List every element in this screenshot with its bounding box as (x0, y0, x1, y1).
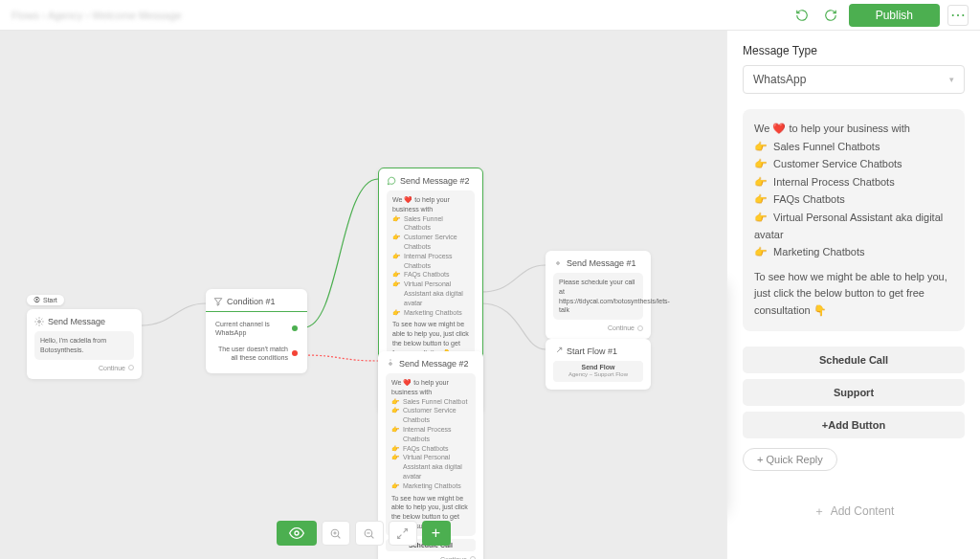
support-button[interactable]: Support (743, 379, 965, 406)
publish-button[interactable]: Publish (849, 4, 940, 27)
message-type-select[interactable]: WhatsApp ▾ (743, 65, 965, 94)
svg-line-14 (398, 534, 402, 538)
message-bubble: Please schedule your call at https://tid… (553, 273, 643, 320)
quick-reply-button[interactable]: + Quick Reply (743, 448, 837, 471)
output-port-false[interactable] (292, 350, 298, 356)
svg-line-7 (338, 535, 341, 538)
schedule-call-button[interactable]: Schedule Call (743, 347, 965, 373)
redo-icon[interactable] (820, 5, 841, 26)
svg-line-11 (371, 535, 374, 538)
zoom-in-icon[interactable] (322, 521, 350, 546)
bullet-item: 👉 Sales Funnel Chatbots (754, 139, 953, 156)
bullet-item: 👉Sales Funnel Chatbot (391, 397, 470, 407)
popup-item-get-user-data[interactable]: ☰Get User Data (726, 353, 727, 377)
popup-item-template-message[interactable]: ✉Template Message (726, 401, 727, 436)
plus-icon: ＋ (813, 503, 825, 520)
flow-canvas[interactable]: ⦿Start Send Message Hello, I'm cadella f… (0, 31, 726, 559)
bullet-item: 👉Virtual Personal Assistant aka digital … (391, 453, 470, 481)
bullet-item: 👉 Customer Service Chatbots (754, 156, 953, 173)
popup-item-file[interactable]: 📎File› (726, 483, 727, 507)
fit-icon[interactable] (389, 521, 417, 546)
svg-line-13 (404, 528, 408, 532)
message-bubble: Hello, I'm cadella from Botosynthesis. (34, 331, 134, 360)
svg-point-0 (38, 321, 41, 324)
breadcrumb: Flows › Agency › Welcome Message (11, 10, 182, 21)
popup-item-image[interactable]: ▣Image (726, 305, 727, 329)
preview-bubble[interactable]: We ❤️ to help your business with 👉 Sales… (743, 109, 965, 331)
add-node-icon[interactable]: + (422, 521, 451, 546)
popup-item-text[interactable]: ≡Text (726, 281, 727, 305)
bullet-item: 👉Marketing Chatbots (392, 308, 469, 318)
popup-item-typing[interactable]: ◌Typing (726, 459, 727, 483)
output-port[interactable] (637, 325, 643, 331)
bullet-item: 👉Internal Process Chatbots (391, 425, 470, 444)
canvas-toolbar: + (277, 521, 451, 546)
chevron-down-icon: ▾ (949, 75, 954, 84)
bullet-item: 👉FAQs Chatbots (392, 270, 469, 280)
add-button[interactable]: +Add Button (743, 412, 965, 438)
bullet-item: 👉Customer Service Chatbots (391, 406, 470, 425)
svg-marker-1 (214, 299, 222, 306)
bullet-item: 👉Marketing Chatbots (391, 481, 470, 491)
bullet-item: 👉 FAQs Chatbots (754, 191, 953, 209)
undo-icon[interactable] (791, 5, 813, 26)
topbar: Flows › Agency › Welcome Message Publish… (0, 0, 980, 31)
bullet-item: 👉 Internal Process Chatbots (754, 174, 953, 191)
output-port-true[interactable] (292, 325, 298, 331)
send-flow-button[interactable]: Send Flow Agency – Support Flow (553, 361, 643, 382)
content-type-popup: ≡Text▣Image▭Card☰Get User Data▷Video✉Tem… (726, 278, 727, 511)
bullet-item: 👉Internal Process Chatbots (392, 252, 469, 271)
preview-icon[interactable] (277, 521, 317, 546)
svg-point-5 (295, 531, 299, 535)
node-send-message-1[interactable]: Send Message #1 Please schedule your cal… (546, 251, 651, 339)
svg-point-3 (557, 262, 560, 265)
right-panel: Message Type WhatsApp ▾ We ❤️ to help yo… (726, 31, 980, 559)
popup-item-card[interactable]: ▭Card (726, 329, 727, 353)
node-send-message[interactable]: Send Message Hello, I'm cadella from Bot… (27, 309, 142, 379)
node-start-flow[interactable]: Start Flow #1 Send Flow Agency – Support… (546, 339, 651, 390)
start-pill: ⦿Start (27, 295, 64, 305)
zoom-out-icon[interactable] (355, 521, 384, 546)
bullet-item: 👉Sales Funnel Chatbots (392, 214, 469, 234)
bullet-item: 👉 Marketing Chatbots (754, 244, 953, 261)
bullet-item: 👉Virtual Personal Assistant aka digital … (392, 280, 469, 307)
node-condition[interactable]: Condition #1 Current channel is WhatsApp… (206, 289, 307, 373)
output-port[interactable] (128, 365, 134, 370)
more-icon[interactable]: ⋯ (947, 5, 969, 26)
bullet-item: 👉Customer Service Chatbots (392, 233, 469, 252)
svg-line-4 (557, 347, 562, 352)
bullet-item: 👉FAQs Chatbots (391, 444, 470, 454)
message-bubble: We ❤️ to help your business with 👉Sales … (387, 190, 475, 363)
bullet-item: 👉 Virtual Personal Assistant aka digital… (754, 210, 953, 243)
svg-point-2 (390, 363, 392, 366)
popup-item-actions[interactable]: ⚡Actions› (726, 436, 727, 459)
message-type-label: Message Type (743, 44, 965, 57)
popup-item-video[interactable]: ▷Video (726, 377, 727, 401)
add-content-button[interactable]: ＋ Add Content (743, 494, 965, 529)
message-bubble: We ❤️ to help your business with 👉Sales … (386, 373, 476, 536)
